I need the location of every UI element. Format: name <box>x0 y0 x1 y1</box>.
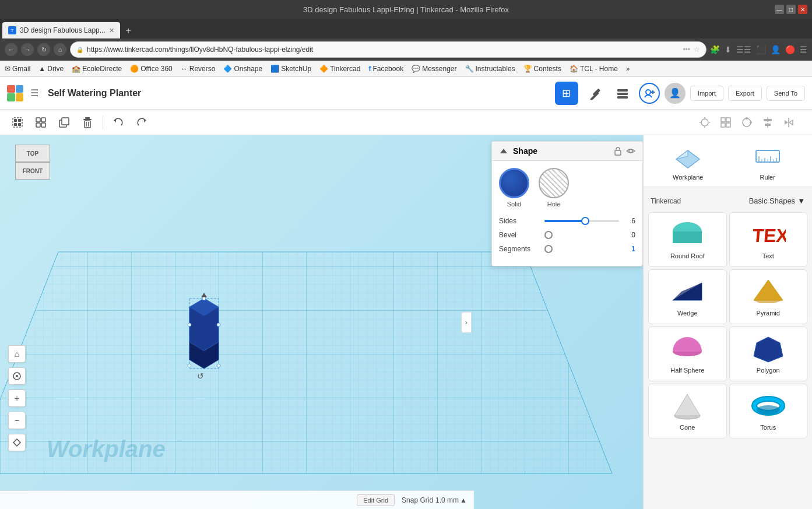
logo-cell-i <box>16 85 24 93</box>
downloads-button[interactable]: ⬇ <box>725 45 732 54</box>
hole-label: Hole <box>547 201 561 208</box>
workplane-button[interactable]: Workplane <box>651 141 726 181</box>
delete-button[interactable] <box>77 112 98 133</box>
bookmark-facebook-label: Facebook <box>372 65 403 73</box>
menu-button[interactable]: ☰ <box>800 45 807 54</box>
sides-slider-thumb[interactable] <box>581 217 589 225</box>
bookmark-office360[interactable]: 🟠 Office 360 <box>130 65 172 73</box>
menu-toggle-icon[interactable]: ☰ <box>30 87 38 99</box>
shape-item-wedge[interactable]: Wedge <box>648 269 727 324</box>
bookmark-tinkercad[interactable]: 🔶 Tinkercad <box>319 65 360 73</box>
3d-tools-button[interactable] <box>583 82 606 105</box>
shape-item-round-roof[interactable]: Round Roof <box>648 212 727 267</box>
grid-toggle-button[interactable] <box>716 113 735 132</box>
bevel-slider-row: Bevel 0 <box>499 231 635 239</box>
shape-item-text[interactable]: TEXT Text <box>729 212 808 267</box>
ungroup-button[interactable] <box>30 112 51 133</box>
undo-button[interactable] <box>108 112 129 133</box>
bookmark-tcl[interactable]: 🏠 TCL - Home <box>570 65 618 73</box>
new-tab-button[interactable]: + <box>121 26 136 36</box>
minimize-button[interactable]: — <box>775 5 784 14</box>
bookmark-gmail[interactable]: ✉ Gmail <box>5 65 30 73</box>
shape-item-cone[interactable]: Cone <box>648 384 727 438</box>
torus-svg <box>751 391 786 420</box>
dropdown-chevron-icon: ▼ <box>797 196 805 205</box>
edit-grid-button[interactable]: Edit Grid <box>357 494 395 506</box>
zoom-in-button[interactable]: + <box>8 389 26 407</box>
bookmark-sketchup[interactable]: 🟦 SketchUp <box>270 65 311 73</box>
main-toolbar <box>0 110 812 135</box>
solid-option[interactable]: Solid <box>499 168 529 208</box>
svg-point-5 <box>646 90 651 94</box>
layers-button[interactable] <box>611 82 634 105</box>
svg-rect-34 <box>726 123 730 127</box>
panel-collapse-button[interactable]: › <box>461 312 472 333</box>
shapes-category-dropdown[interactable]: Basic Shapes ▼ <box>749 196 805 205</box>
home-view-button[interactable]: ⌂ <box>8 345 26 363</box>
svg-point-36 <box>746 117 748 120</box>
bookmark-drive[interactable]: ▲ Drive <box>38 65 64 73</box>
addon-button[interactable]: 🔴 <box>785 45 795 54</box>
export-button[interactable]: Export <box>728 86 762 101</box>
view-cube-front[interactable]: FRONT <box>15 162 50 180</box>
maximize-button[interactable]: □ <box>786 5 796 14</box>
zoom-out-button[interactable]: − <box>8 412 26 429</box>
shape-item-torus[interactable]: Torus <box>729 384 808 438</box>
bevel-slider-dot[interactable] <box>544 231 553 239</box>
ruler-button[interactable]: Ruler <box>730 141 806 181</box>
shape-item-half-sphere[interactable]: Half Sphere <box>648 327 727 381</box>
import-button[interactable]: Import <box>690 86 723 101</box>
active-tab[interactable]: T 3D design Fabulous Lapp... ✕ <box>2 22 120 38</box>
snap-toggle-button[interactable] <box>737 113 756 132</box>
bookmark-facebook[interactable]: f Facebook <box>368 65 403 73</box>
back-button[interactable]: ← <box>5 43 17 56</box>
mirror-button[interactable] <box>779 113 798 132</box>
hole-option[interactable]: Hole <box>539 168 569 208</box>
visibility-icon[interactable] <box>626 146 635 156</box>
more-bookmarks-button[interactable]: » <box>626 65 630 73</box>
3d-object[interactable]: ↺ <box>181 293 227 382</box>
3d-view-button[interactable]: ⊞ <box>555 82 578 105</box>
orbit-button[interactable] <box>8 367 26 385</box>
segments-slider-dot[interactable] <box>544 245 553 253</box>
canvas-area[interactable]: TOP FRONT ⌂ + − <box>0 135 643 509</box>
bookmark-messenger[interactable]: 💬 Messenger <box>412 65 456 73</box>
window-list-button[interactable]: ⬛ <box>756 45 766 54</box>
refresh-button[interactable]: ↻ <box>37 43 50 56</box>
collapse-arrow-icon[interactable] <box>499 146 508 156</box>
light-toggle-button[interactable] <box>695 113 714 132</box>
shape-item-pyramid[interactable]: Pyramid <box>729 269 808 324</box>
send-to-button[interactable]: Send To <box>767 86 805 101</box>
fit-view-button[interactable] <box>8 434 26 451</box>
add-user-button[interactable] <box>639 83 660 104</box>
bookmark-contests[interactable]: 🏆 Contests <box>523 65 561 73</box>
close-button[interactable]: ✕ <box>798 5 807 14</box>
bookmark-reverso[interactable]: ↔ Reverso <box>181 65 216 73</box>
shape-panel-title: Shape <box>513 146 537 156</box>
bookmark-ecoledirecte[interactable]: 🏫 EcoleDirecte <box>72 65 122 73</box>
app-title: Self Watering Planter <box>48 88 141 99</box>
duplicate-button[interactable] <box>54 112 75 133</box>
profile-button[interactable]: 👤 <box>771 45 781 54</box>
home-button[interactable]: ⌂ <box>54 43 66 56</box>
lock-icon[interactable] <box>613 146 623 156</box>
extensions-button[interactable]: 🧩 <box>710 45 720 54</box>
sides-slider-track[interactable] <box>544 220 619 222</box>
group-button[interactable] <box>7 112 28 133</box>
forward-button[interactable]: → <box>21 43 34 56</box>
sync-button[interactable]: ☰☰ <box>736 45 751 54</box>
redo-button[interactable] <box>131 112 152 133</box>
bookmark-instructables[interactable]: 🔧 Instructables <box>465 65 515 73</box>
user-avatar[interactable]: 👤 <box>665 83 686 104</box>
view-cube[interactable]: TOP FRONT <box>9 145 56 191</box>
align-toggle-button[interactable] <box>758 113 777 132</box>
tab-close-button[interactable]: ✕ <box>109 27 114 34</box>
more-options-icon: ••• <box>683 45 690 54</box>
snap-grid-value[interactable]: 1.0 mm ▲ <box>435 496 467 504</box>
tinkercad-logo[interactable] <box>7 85 23 101</box>
view-cube-top[interactable]: TOP <box>15 145 50 162</box>
ungroup-icon <box>35 117 47 128</box>
shape-item-polygon[interactable]: Polygon <box>729 327 808 381</box>
bookmark-onshape[interactable]: 🔷 Onshape <box>223 65 262 73</box>
address-bar[interactable]: 🔒 https://www.tinkercad.com/things/llOyv… <box>70 41 706 58</box>
